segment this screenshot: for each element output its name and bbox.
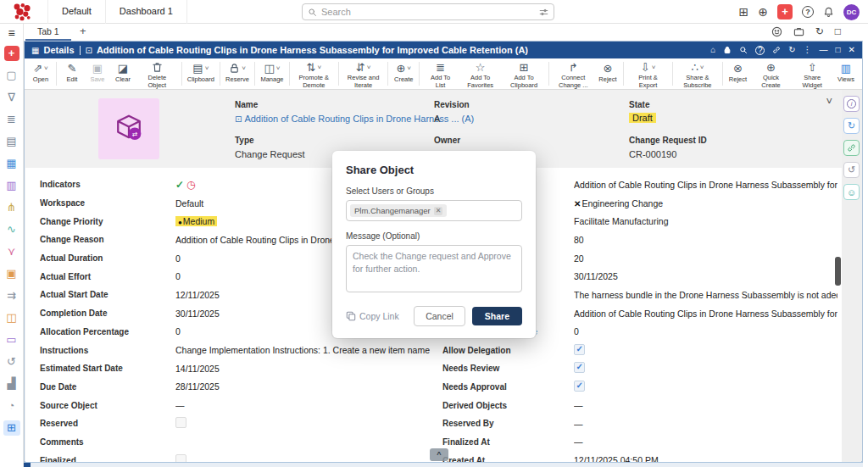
allow-delegation-checkbox[interactable] <box>574 344 585 355</box>
field-row-needs-review: Needs Review <box>442 359 837 378</box>
promote-demote-icon: ⇅ <box>307 62 316 73</box>
collapse-header-chevron-icon[interactable]: ˅ <box>826 95 832 108</box>
links-panel-button[interactable] <box>843 140 860 156</box>
save-icon: ▣ <box>92 62 103 75</box>
finalized-checkbox[interactable] <box>175 454 186 462</box>
message-textarea[interactable]: Check the Change request and Approve for… <box>346 245 522 292</box>
share-subscribe-button[interactable]: ∴˅Share & Subscribe <box>676 58 719 89</box>
revision-label: Revision <box>434 100 470 109</box>
chevron-down-icon: ˅ <box>652 62 656 73</box>
maximize-icon[interactable]: □ <box>835 26 841 37</box>
instructions-value: Change Implementation Instructions: 1. C… <box>175 345 430 355</box>
people-icon: ☺ <box>847 187 856 197</box>
print-export-button[interactable]: ⇩˅Print & Export <box>626 58 670 89</box>
search-window-icon[interactable] <box>739 46 748 54</box>
delete-object-button[interactable]: Delete Object <box>136 58 179 89</box>
history-panel-button[interactable]: ↺ <box>843 162 860 178</box>
home-icon[interactable]: ⌂ <box>710 46 715 54</box>
clipboard-button[interactable]: ▤˅Clipboard <box>185 58 217 89</box>
open-icon: ⇗ <box>33 63 42 74</box>
vertical-scrollbar-thumb[interactable] <box>835 257 841 286</box>
quick-create-button[interactable]: ⊕Quick Create <box>751 58 792 89</box>
edit-button[interactable]: ✎Edit <box>59 58 85 89</box>
next-window-corner <box>24 463 31 467</box>
list-icon[interactable]: ≣ <box>3 112 20 127</box>
workspace-tab-default[interactable]: Default <box>47 0 105 24</box>
window-refresh-icon[interactable]: ↻ <box>788 46 795 54</box>
save-button[interactable]: ▣Save <box>85 58 110 89</box>
scroll-up-button[interactable]: ^ <box>430 448 448 461</box>
reserve-button[interactable]: ˅Reserve <box>223 58 252 89</box>
share-button[interactable]: Share <box>472 307 522 325</box>
history-icon[interactable]: ↺ <box>3 354 20 370</box>
gauge-icon[interactable]: ◔ <box>3 398 20 414</box>
chart-icon[interactable]: ▟ <box>3 376 20 392</box>
sync-panel-button[interactable]: ↻ <box>843 118 860 134</box>
branch-icon[interactable]: ⋎ <box>3 244 20 259</box>
table-icon[interactable]: ▦ <box>3 156 20 171</box>
window-maximize-icon[interactable]: □ <box>836 46 841 54</box>
assistant-icon[interactable] <box>771 26 782 37</box>
search-input[interactable] <box>321 7 539 17</box>
apps-grid-icon[interactable]: ⊞ <box>739 6 749 18</box>
remove-chip-icon[interactable]: ✕ <box>434 207 443 215</box>
form-icon[interactable]: ▥ <box>3 178 20 193</box>
add-tab-button[interactable]: + <box>80 25 86 37</box>
workspace-tab-dashboard-1[interactable]: Dashboard 1 <box>105 0 187 24</box>
add-to-favorites-button[interactable]: ☆Add To Favorites <box>459 58 502 89</box>
hamburger-menu-icon[interactable]: ≡ <box>8 26 14 40</box>
close-icon[interactable]: ✕ <box>849 46 855 54</box>
kebab-menu-icon[interactable]: ⋮ <box>804 46 812 54</box>
manage-button[interactable]: ◫˅Manage <box>258 58 287 89</box>
help-icon[interactable]: ? <box>802 6 814 18</box>
refresh-icon[interactable]: ↻ <box>815 26 824 37</box>
dashboard-widget-icon[interactable]: ⊞ <box>3 420 20 436</box>
hierarchy-icon[interactable]: ⋔ <box>3 200 20 215</box>
image-icon[interactable]: ▣ <box>3 266 20 281</box>
sidebar-create-button[interactable]: + <box>4 46 19 61</box>
lock-icon[interactable] <box>723 46 732 54</box>
open-button[interactable]: ⇗˅Open <box>28 58 53 89</box>
add-to-list-button[interactable]: ≣Add To List <box>422 58 459 89</box>
chevron-down-icon: ˅ <box>242 63 246 74</box>
due-date-value: 28/11/2025 <box>175 381 430 392</box>
user-avatar[interactable]: DC <box>843 4 860 20</box>
connect-change-button[interactable]: ↱Connect Change ... <box>552 58 595 89</box>
reject-2-button[interactable]: ⊗Reject <box>725 58 750 89</box>
workflow-icon[interactable]: ∿ <box>3 222 20 237</box>
users-groups-input[interactable]: Plm.Changemanager ✕ <box>346 200 522 221</box>
needs-review-checkbox[interactable] <box>574 362 585 373</box>
filter-icon[interactable]: ∇ <box>3 90 20 105</box>
copy-link-button[interactable]: Copy Link <box>346 311 399 321</box>
needs-approval-checkbox[interactable] <box>574 381 585 392</box>
search-filter-icon[interactable] <box>539 8 548 17</box>
info-panel-button[interactable]: i <box>843 96 860 112</box>
clear-button[interactable]: ◪Clear <box>110 58 136 89</box>
link-icon[interactable] <box>772 46 781 54</box>
promote-demote-button[interactable]: ⇅˅Promote & Demote <box>292 58 336 89</box>
views-button[interactable]: ▥Views <box>833 58 859 89</box>
minimize-icon[interactable]: — <box>820 46 828 54</box>
clipboard-icon[interactable]: ▤ <box>3 134 20 149</box>
estimated-start-date-value: 14/11/2025 <box>175 364 430 374</box>
notifications-bell-icon[interactable] <box>823 7 834 18</box>
add-to-clipboard-button[interactable]: ⊞Add To Clipboard <box>502 58 545 89</box>
reject-button[interactable]: ⊗Reject <box>595 58 620 89</box>
reserved-checkbox[interactable] <box>175 417 186 428</box>
document-icon[interactable]: ▭ <box>3 332 20 347</box>
briefcase-icon[interactable] <box>793 26 804 37</box>
tab-1[interactable]: Tab 1 <box>25 24 71 41</box>
window-icon[interactable]: ▢ <box>3 68 20 83</box>
create-new-button[interactable]: + <box>777 4 793 19</box>
window-help-icon[interactable]: ? <box>755 46 765 55</box>
change-request-cube-icon: ⇄ <box>109 109 148 148</box>
add-circle-icon[interactable]: ⊕ <box>758 6 768 18</box>
kanban-icon[interactable]: ◫ <box>3 310 20 325</box>
chevron-down-icon: ˅ <box>367 62 371 73</box>
share-widget-button[interactable]: ⇧Share Widget <box>792 58 833 89</box>
team-panel-button[interactable]: ☺ <box>843 184 860 200</box>
cancel-button[interactable]: Cancel <box>414 306 465 326</box>
create-button[interactable]: ⊕˅Create <box>391 58 416 89</box>
connector-icon[interactable]: ⇉ <box>3 288 20 303</box>
revise-iterate-button[interactable]: ⇵˅Revise and Iterate <box>342 58 385 89</box>
